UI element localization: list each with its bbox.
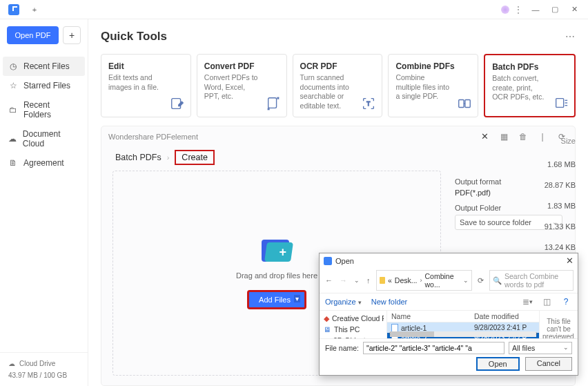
file-name: article-1 — [401, 324, 427, 332]
app-logo-icon — [324, 257, 332, 265]
grid-view-icon[interactable]: ▦ — [498, 131, 510, 143]
card-desc: Edit texts and images in a file. — [108, 73, 184, 92]
file-list: Name Date modified article-1 9/28/2023 2… — [387, 311, 539, 338]
path-segment[interactable]: Combine wo... — [425, 272, 458, 289]
cloud-icon: ☁ — [8, 134, 17, 144]
batch-icon — [553, 95, 569, 110]
search-placeholder: Search Combine words to pdf — [504, 272, 570, 289]
svg-rect-1 — [268, 97, 276, 108]
tool-card-combine[interactable]: Combine PDFs Combine multiple files into… — [388, 54, 478, 117]
sidebar-item-label: Recent Files — [23, 61, 70, 71]
page-title: Quick Tools — [101, 30, 167, 44]
tool-card-convert[interactable]: Convert PDF Convert PDFs to Word, Excel,… — [197, 54, 287, 117]
tree-item[interactable]: ◆Creative Cloud Fil — [322, 313, 384, 324]
sidebar: Open PDF + ◷ Recent Files ☆ Starred File… — [0, 19, 88, 386]
dropzone-text: Drag and drop files here — [236, 271, 317, 280]
breadcrumb-current: Create — [175, 150, 215, 165]
help-icon[interactable]: ? — [560, 296, 572, 308]
chevron-down-icon[interactable]: ⌄ — [463, 277, 469, 284]
view-mode-button[interactable]: ≣ ▾ — [521, 296, 533, 308]
filetype-select[interactable]: All files ⌄ — [509, 342, 572, 354]
add-files-button[interactable]: Add Files — [248, 291, 306, 309]
dialog-title: Open — [335, 257, 354, 265]
sidebar-item-starred-files[interactable]: ☆ Starred Files — [0, 76, 88, 95]
tool-card-ocr[interactable]: OCR PDF Turn scanned documents into sear… — [293, 54, 383, 117]
horizontal-scrollbar[interactable]: ‹ › — [390, 331, 536, 337]
chevron-right-icon: › — [420, 277, 422, 284]
open-pdf-button[interactable]: Open PDF — [7, 26, 59, 44]
nav-forward-button[interactable]: → — [338, 276, 349, 284]
new-tab-button[interactable]: + — [25, 1, 44, 18]
sidebar-item-agreement[interactable]: 🗎 Agreement — [0, 153, 88, 173]
add-folder-icon: + — [262, 237, 292, 262]
filename-label: File name: — [325, 344, 359, 352]
close-button[interactable]: ✕ — [565, 1, 584, 18]
sidebar-item-label: Agreement — [23, 158, 64, 168]
sidebar-item-recent-folders[interactable]: 🗀 Recent Folders — [0, 95, 88, 124]
filename-input[interactable] — [363, 342, 504, 354]
sidebar-item-recent-files[interactable]: ◷ Recent Files — [3, 57, 85, 76]
column-name[interactable]: Name — [387, 311, 471, 322]
quick-tool-cards: Edit Edit texts and images in a file. Co… — [101, 54, 576, 117]
breadcrumb-root[interactable]: Batch PDFs — [115, 153, 161, 162]
combine-icon — [457, 96, 472, 111]
svg-rect-5 — [556, 98, 564, 107]
doc-icon: 🗎 — [8, 158, 18, 168]
account-avatar-icon[interactable] — [501, 6, 509, 14]
file-size: 13.24 KB — [527, 243, 576, 251]
chevron-right-icon: › — [167, 153, 170, 162]
nav-back-button[interactable]: ← — [324, 276, 334, 284]
breadcrumb: Batch PDFs › Create — [101, 147, 575, 171]
open-button[interactable]: Open — [476, 357, 520, 371]
nav-up-button[interactable]: ↑ — [365, 276, 372, 284]
card-title: Edit — [108, 61, 184, 71]
svg-rect-4 — [465, 99, 470, 107]
preview-toggle-button[interactable]: ◫ — [540, 296, 553, 308]
svg-text:T: T — [367, 100, 371, 106]
path-bar[interactable]: « Desk... › Combine wo... ⌄ — [376, 270, 473, 291]
sidebar-item-label: Starred Files — [23, 81, 70, 90]
nav-history-button[interactable]: ⌄ — [353, 277, 361, 284]
cancel-button[interactable]: Cancel — [525, 357, 572, 371]
sidebar-item-label: Document Cloud — [23, 129, 79, 148]
column-date[interactable]: Date modified — [471, 311, 539, 322]
panel-close-button[interactable]: ✕ — [478, 131, 491, 143]
svg-rect-3 — [459, 99, 464, 107]
cloud-drive-icon: ☁ — [8, 360, 15, 367]
svg-rect-0 — [172, 98, 181, 108]
file-open-dialog: Open ✕ ← → ⌄ ↑ « Desk... › Combine wo...… — [319, 253, 578, 376]
size-header: Size — [527, 137, 576, 145]
output-folder-value: Save to source folder — [460, 218, 531, 226]
refresh-button[interactable]: ⟳ — [476, 276, 485, 285]
tool-card-batch[interactable]: Batch PDFs Batch convert, create, print,… — [484, 54, 576, 117]
card-title: Convert PDF — [204, 61, 280, 71]
file-size-column: Size 1.68 MB 28.87 KB 1.83 MB 91.33 KB 1… — [527, 137, 576, 272]
file-search-input[interactable]: 🔍 Search Combine words to pdf — [489, 270, 574, 291]
tree-item-label: This PC — [334, 325, 360, 334]
title-bar: + ⋮ — ▢ ✕ — [0, 0, 588, 19]
search-icon: 🔍 — [493, 276, 502, 285]
preview-pane: This file can't be previewed. — [539, 311, 578, 338]
create-pdf-button[interactable]: + — [63, 26, 81, 44]
more-tools-button[interactable]: ⋯ — [565, 31, 576, 42]
document-icon — [391, 324, 398, 332]
card-title: Batch PDFs — [492, 62, 567, 72]
new-folder-button[interactable]: New folder — [371, 298, 408, 306]
sidebar-item-document-cloud[interactable]: ☁ Document Cloud — [0, 124, 88, 153]
sidebar-item-label: Recent Folders — [23, 100, 79, 119]
tree-item[interactable]: 🖥This PC — [322, 324, 384, 335]
tool-card-edit[interactable]: Edit Edit texts and images in a file. — [101, 54, 191, 117]
dialog-close-button[interactable]: ✕ — [566, 255, 574, 266]
minimize-button[interactable]: — — [526, 1, 545, 18]
clock-icon: ◷ — [8, 61, 18, 71]
folder-tree: ◆Creative Cloud Fil 🖥This PC ▣3D Objects… — [320, 311, 387, 338]
storage-status: ☁Cloud Drive 43.97 MB / 100 GB — [0, 352, 88, 386]
panel-product-name: Wondershare PDFelement — [108, 133, 198, 141]
path-segment[interactable]: Desk... — [395, 276, 418, 284]
convert-icon — [266, 96, 281, 111]
edit-icon — [170, 96, 185, 111]
file-size: 28.87 KB — [527, 181, 576, 189]
app-menu-button[interactable]: ⋮ — [513, 4, 523, 15]
organize-menu[interactable]: Organize ▾ — [325, 298, 362, 306]
maximize-button[interactable]: ▢ — [545, 1, 565, 18]
